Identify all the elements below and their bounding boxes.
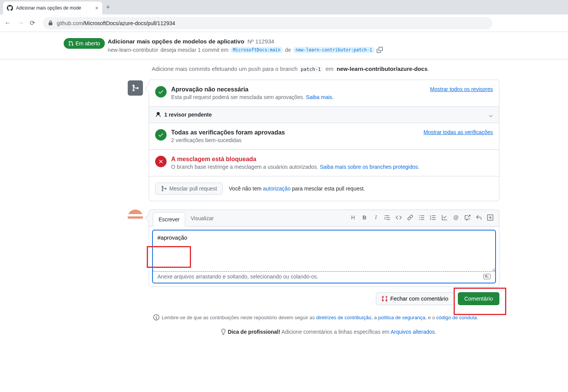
blocked-section: A mesclagem está bloqueada O branch base… (149, 150, 499, 176)
approval-section: Aprovação não necessária Esta pull reque… (149, 80, 499, 107)
tab-title: Adicionar mais opções de mode (16, 5, 92, 11)
git-merge-icon (161, 186, 167, 192)
forward-button: → (17, 19, 24, 27)
markdown-icon[interactable]: M↓ (483, 274, 491, 279)
check-circle-icon (155, 129, 167, 141)
write-tab[interactable]: Escrever (153, 212, 185, 227)
approval-title: Aprovação não necessária (171, 86, 334, 93)
comment-textarea[interactable] (152, 230, 496, 272)
pr-number: Nº 112934 (247, 38, 274, 45)
protected-branches-link[interactable]: Saiba mais sobre os branches protegidos. (320, 164, 419, 170)
reply-icon[interactable] (475, 214, 482, 222)
preview-tab[interactable]: Visualizar (185, 211, 219, 225)
pr-merge-description: new-learn-contributor deseja mesclar 1 c… (108, 47, 383, 53)
contribution-guidelines-link[interactable]: diretrizes de contribuição (316, 315, 371, 320)
head-branch-tag[interactable]: new-learn-contributor:patch-1 (293, 47, 374, 53)
checks-title: Todas as verificações foram aprovadas (171, 129, 285, 136)
browser-tab-bar: Adicionar mais opções de mode × + (0, 0, 568, 14)
checks-section: Todas as verificações foram aprovadas 2 … (149, 123, 499, 150)
info-icon (153, 314, 159, 320)
push-hint: Adicione mais commits efetuando um push … (152, 66, 503, 72)
heading-icon[interactable]: H (350, 214, 356, 222)
chevron-down-icon[interactable]: ⌵ (489, 110, 493, 119)
x-circle-icon (155, 156, 167, 167)
pending-reviewer-text: 1 revisor pendente (164, 112, 212, 118)
markdown-toolbar: H B I @ (350, 214, 495, 222)
blocked-title: A mesclagem está bloqueada (171, 156, 419, 163)
pro-tip: Dica de profissional! Adicione comentári… (153, 329, 503, 335)
merge-timeline-badge (128, 80, 143, 96)
merge-permission-note: Você não tem autorização para mesclar es… (229, 186, 365, 192)
git-pull-request-closed-icon (382, 296, 388, 302)
close-tab-icon[interactable]: × (95, 5, 98, 11)
annotation-box-2 (454, 288, 506, 315)
branch-code: patch-1 (299, 66, 323, 72)
lightbulb-icon (220, 329, 226, 335)
learn-more-link[interactable]: Saiba mais. (306, 94, 334, 100)
link-icon[interactable] (407, 214, 414, 222)
status-badge-text: Em aberto (75, 40, 100, 46)
tasklist-icon[interactable] (441, 214, 448, 222)
new-tab-button[interactable]: + (106, 3, 110, 11)
diff-icon[interactable] (487, 214, 494, 222)
contribution-reminder: Lembre-se de que as contribuições neste … (153, 314, 503, 320)
copy-icon[interactable] (377, 47, 383, 53)
merge-status-panel: Aprovação não necessária Esta pull reque… (149, 80, 499, 201)
mention-icon[interactable]: @ (452, 214, 459, 222)
annotation-box-1 (147, 246, 191, 268)
user-avatar[interactable] (128, 210, 143, 225)
cross-reference-icon[interactable] (464, 214, 471, 222)
browser-toolbar: ← → ⟳ github.com/MicrosoftDocs/azure-doc… (0, 14, 568, 32)
show-checks-link[interactable]: Mostrar todas as verificações (424, 129, 493, 135)
pr-header: Em aberto Adicionar mais opções de model… (0, 32, 568, 59)
url-bar[interactable]: github.com/MicrosoftDocs/azure-docs/pull… (43, 17, 493, 29)
git-merge-icon (132, 84, 139, 92)
pr-author[interactable]: new-learn-contributor (108, 47, 158, 53)
authorization-link[interactable]: autorização (263, 186, 290, 192)
comment-form: Escrever Visualizar H B I @ (149, 210, 499, 287)
back-button[interactable]: ← (4, 19, 11, 27)
close-with-comment-button[interactable]: Fechar com comentário (376, 292, 454, 305)
comment-tabs: Escrever Visualizar H B I @ (149, 210, 499, 227)
attach-files-hint[interactable]: Anexe arquivos arrastando e soltando, se… (152, 270, 496, 283)
pr-title: Adicionar mais opções de modelos de apli… (108, 38, 244, 45)
files-changed-link[interactable]: Arquivos alterados (391, 329, 435, 335)
comment-actions: Fechar com comentário Comentário (149, 292, 501, 305)
base-branch-tag[interactable]: MicrosoftDocs:main (231, 47, 283, 53)
pr-status-badge: Em aberto (64, 38, 105, 49)
checks-subtitle: 2 verificações bem-sucedidas (171, 137, 285, 143)
person-icon (155, 112, 161, 118)
browser-tab[interactable]: Adicionar mais opções de mode × (3, 2, 102, 14)
italic-icon[interactable]: I (372, 214, 379, 222)
repo-link[interactable]: new-learn-contributor/azure-docs (337, 66, 427, 72)
pending-reviewers-row[interactable]: 1 revisor pendente ⌵ (149, 107, 499, 123)
unordered-list-icon[interactable] (418, 214, 425, 222)
url-text: github.com/MicrosoftDocs/azure-docs/pull… (57, 20, 175, 26)
code-icon[interactable] (395, 214, 402, 222)
show-reviewers-link[interactable]: Mostrar todos os revisores (430, 86, 493, 92)
reload-button[interactable]: ⟳ (30, 19, 35, 27)
merge-action-row: Mesclar pull request Você não tem autori… (149, 176, 499, 201)
git-pull-request-icon (68, 41, 74, 46)
check-circle-icon (155, 86, 167, 98)
quote-icon[interactable] (384, 214, 391, 222)
github-favicon (7, 5, 13, 11)
code-of-conduct-link[interactable]: código de conduta (436, 315, 477, 320)
ordered-list-icon[interactable] (430, 214, 436, 222)
lock-icon (48, 21, 53, 26)
bold-icon[interactable]: B (361, 214, 368, 222)
merge-pr-button: Mesclar pull request (155, 182, 223, 195)
security-policy-link[interactable]: política de segurança (378, 315, 425, 320)
